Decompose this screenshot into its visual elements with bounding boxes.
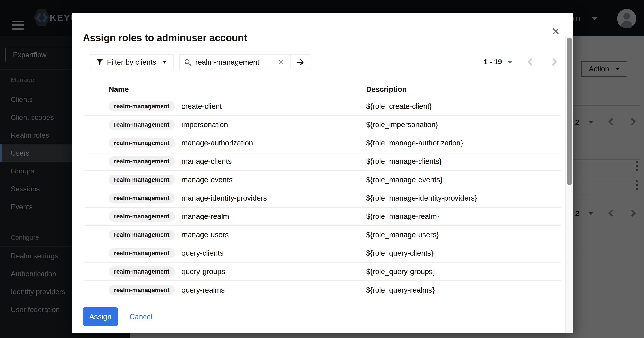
table-row: realm-management manage-events ${role_ma… <box>85 171 561 189</box>
client-badge: realm-management <box>108 248 175 258</box>
modal-footer: Assign Cancel <box>83 307 154 326</box>
table-row: realm-management query-realms ${role_que… <box>85 281 561 299</box>
client-badge: realm-management <box>108 138 175 148</box>
assign-button[interactable]: Assign <box>83 307 118 326</box>
column-header-name: Name <box>105 85 366 94</box>
table-row: realm-management impersonation ${role_im… <box>85 116 561 134</box>
search-input[interactable] <box>195 58 263 67</box>
table-row: realm-management query-groups ${role_que… <box>85 262 561 281</box>
previous-page-button[interactable] <box>526 57 536 67</box>
role-description: ${role_manage-identity-providers} <box>366 194 561 202</box>
roles-table-body: realm-management create-client ${role_cr… <box>85 97 561 299</box>
role-description: ${role_manage-authorization} <box>366 139 561 147</box>
column-header-description: Description <box>366 85 561 94</box>
client-badge: realm-management <box>108 230 175 240</box>
role-name: query-realms <box>182 286 225 294</box>
role-name: query-clients <box>182 249 224 258</box>
role-description: ${role_manage-realm} <box>366 212 561 221</box>
table-row: realm-management manage-users ${role_man… <box>85 226 561 244</box>
arrow-right-icon <box>296 58 304 66</box>
role-description: ${role_manage-users} <box>366 230 561 239</box>
cancel-button[interactable]: Cancel <box>128 312 154 321</box>
next-page-button[interactable] <box>549 57 559 67</box>
search-icon <box>184 59 191 66</box>
role-description: ${role_query-groups} <box>366 267 561 276</box>
modal-scrollbar-track <box>565 36 573 333</box>
table-row: realm-management manage-authorization ${… <box>85 134 561 152</box>
role-description: ${role_impersonation} <box>366 120 561 129</box>
client-badge: realm-management <box>108 156 175 166</box>
role-description: ${role_create-client} <box>366 102 561 110</box>
roles-table-header: Name Description <box>85 81 561 97</box>
role-name: impersonation <box>182 120 228 129</box>
table-row: realm-management manage-realm ${role_man… <box>85 208 561 226</box>
role-name: manage-identity-providers <box>182 194 267 202</box>
close-icon[interactable] <box>550 26 561 37</box>
client-badge: realm-management <box>108 193 175 203</box>
keycloak-admin-screen: KEYCLOAK admin Expertflow Manage <box>0 0 644 338</box>
role-name: query-groups <box>182 267 225 276</box>
modal-pagination: 1 - 19 <box>475 54 564 70</box>
role-description: ${role_manage-clients} <box>366 157 561 166</box>
roles-table: Name Description realm-management create… <box>85 81 561 299</box>
role-name: create-client <box>182 102 222 110</box>
role-name: manage-clients <box>182 157 232 166</box>
filter-funnel-icon <box>96 59 103 66</box>
pagination-range-dropdown[interactable]: 1 - 19 <box>484 58 502 66</box>
role-name: manage-authorization <box>182 139 253 147</box>
filter-dropdown-label: Filter by clients <box>107 58 158 66</box>
chevron-down-icon <box>162 61 167 64</box>
filter-by-clients-dropdown[interactable]: Filter by clients <box>90 54 174 70</box>
table-row: realm-management create-client ${role_cr… <box>85 97 561 116</box>
table-row: realm-management manage-clients ${role_m… <box>85 152 561 171</box>
client-badge: realm-management <box>108 266 175 277</box>
search-box <box>179 54 290 70</box>
client-badge: realm-management <box>108 211 175 222</box>
search-submit-arrow-button[interactable] <box>290 54 310 70</box>
modal-title: Assign roles to adminuser account <box>83 32 247 44</box>
modal-scrollbar-thumb[interactable] <box>566 38 572 185</box>
clear-search-icon[interactable] <box>276 59 286 66</box>
table-row: realm-management query-clients ${role_qu… <box>85 244 561 262</box>
assign-roles-modal: Assign roles to adminuser account Filter… <box>72 12 573 333</box>
client-badge: realm-management <box>108 174 175 185</box>
role-description: ${role_query-realms} <box>366 286 561 294</box>
role-description: ${role_manage-events} <box>366 176 561 184</box>
client-badge: realm-management <box>108 120 175 130</box>
table-row: realm-management manage-identity-provide… <box>85 189 561 208</box>
role-name: manage-users <box>182 230 229 239</box>
role-name: manage-events <box>182 176 232 184</box>
client-badge: realm-management <box>108 285 175 295</box>
role-name: manage-realm <box>182 212 229 221</box>
chevron-down-icon <box>508 61 512 64</box>
client-badge: realm-management <box>108 101 175 112</box>
role-description: ${role_query-clients} <box>366 249 561 258</box>
